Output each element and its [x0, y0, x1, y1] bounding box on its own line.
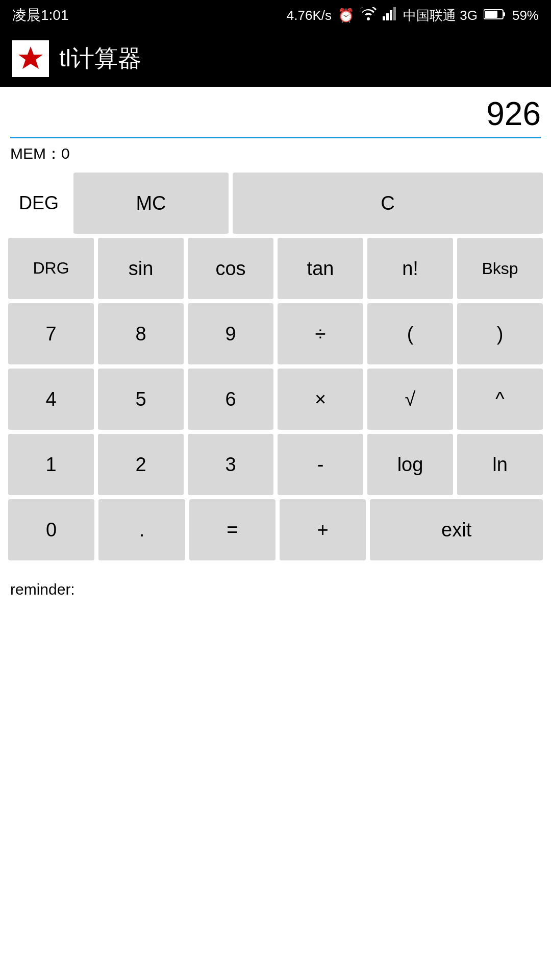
signal-icon	[383, 7, 397, 24]
drg-button[interactable]: DRG	[8, 238, 94, 299]
divide-button[interactable]: ÷	[278, 303, 363, 364]
svg-marker-7	[18, 46, 43, 69]
mc-button[interactable]: MC	[73, 173, 229, 234]
zero-button[interactable]: 0	[8, 499, 94, 560]
mem-display: MEM：0	[10, 138, 541, 164]
svg-rect-6	[485, 11, 497, 18]
wifi-icon	[360, 7, 377, 24]
svg-rect-3	[393, 7, 396, 20]
power-button[interactable]: ^	[457, 369, 543, 430]
button-row-5: 0 . = + exit	[8, 499, 543, 560]
button-row-4: 1 2 3 - log ln	[8, 434, 543, 495]
eight-button[interactable]: 8	[98, 303, 184, 364]
svg-rect-0	[383, 16, 385, 20]
tan-button[interactable]: tan	[278, 238, 363, 299]
sin-button[interactable]: sin	[98, 238, 184, 299]
button-row-3: 4 5 6 × √ ^	[8, 369, 543, 430]
battery-icon	[484, 8, 506, 23]
display-area: MEM：0	[0, 87, 551, 164]
svg-rect-1	[386, 13, 389, 20]
six-button[interactable]: 6	[188, 369, 273, 430]
reminder-label: reminder:	[10, 581, 75, 598]
four-button[interactable]: 4	[8, 369, 94, 430]
calc-area: DEG MC C DRG sin cos tan n! Bksp 7 8 9 ÷…	[0, 164, 551, 573]
nine-button[interactable]: 9	[188, 303, 273, 364]
button-row-0: DEG MC C	[8, 173, 543, 234]
close-paren-button[interactable]: )	[457, 303, 543, 364]
three-button[interactable]: 3	[188, 434, 273, 495]
svg-rect-2	[390, 10, 392, 20]
one-button[interactable]: 1	[8, 434, 94, 495]
five-button[interactable]: 5	[98, 369, 184, 430]
two-button[interactable]: 2	[98, 434, 184, 495]
factorial-button[interactable]: n!	[367, 238, 453, 299]
button-row-1: DRG sin cos tan n! Bksp	[8, 238, 543, 299]
ln-button[interactable]: ln	[457, 434, 543, 495]
multiply-button[interactable]: ×	[278, 369, 363, 430]
dot-button[interactable]: .	[98, 499, 185, 560]
add-button[interactable]: +	[280, 499, 366, 560]
app-icon	[12, 40, 49, 77]
equals-button[interactable]: =	[189, 499, 276, 560]
subtract-button[interactable]: -	[278, 434, 363, 495]
button-row-2: 7 8 9 ÷ ( )	[8, 303, 543, 364]
reminder: reminder:	[0, 573, 551, 606]
svg-rect-5	[503, 12, 505, 16]
carrier: 中国联通 3G	[403, 7, 478, 24]
network-speed: 4.76K/s	[287, 8, 332, 23]
seven-button[interactable]: 7	[8, 303, 94, 364]
sqrt-button[interactable]: √	[367, 369, 453, 430]
status-right: 4.76K/s ⏰ 中国联通 3G 59%	[287, 7, 539, 24]
deg-label: DEG	[8, 173, 69, 234]
alarm-icon: ⏰	[338, 8, 354, 23]
c-button[interactable]: C	[233, 173, 543, 234]
status-bar: 凌晨1:01 4.76K/s ⏰ 中国联通 3G	[0, 0, 551, 31]
status-time: 凌晨1:01	[12, 6, 69, 25]
app-title: tl计算器	[59, 43, 141, 75]
display-input[interactable]	[10, 95, 541, 138]
open-paren-button[interactable]: (	[367, 303, 453, 364]
backspace-button[interactable]: Bksp	[457, 238, 543, 299]
log-button[interactable]: log	[367, 434, 453, 495]
exit-button[interactable]: exit	[370, 499, 543, 560]
app-bar: tl计算器	[0, 31, 551, 87]
cos-button[interactable]: cos	[188, 238, 273, 299]
battery-percent: 59%	[512, 8, 539, 23]
